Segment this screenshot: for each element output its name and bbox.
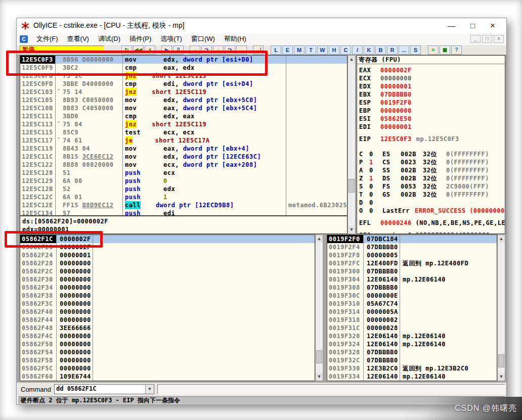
flag-row[interactable]: D0	[357, 199, 505, 207]
step-into-button[interactable]: ↓	[190, 45, 200, 55]
disasm-row[interactable]: 12E5C103ˇ75 14jnzshort 12E5C119	[20, 88, 347, 96]
mdi-close-button[interactable]: ×	[494, 35, 504, 43]
step-over-button[interactable]: ↷	[201, 45, 212, 55]
memory-window-button[interactable]: M	[294, 45, 304, 55]
disasm-row[interactable]: 12E5C13457pushedi	[20, 209, 347, 216]
scroll-down-icon[interactable]: ▼	[348, 226, 355, 234]
disasm-row[interactable]: 12E5C12B52pushedx	[20, 185, 347, 193]
stack-row[interactable]: 0019F2F800000005	[327, 251, 497, 259]
handles-window-button[interactable]: H	[329, 45, 339, 55]
register-row[interactable]: EBP00000000	[357, 107, 505, 115]
stack-row[interactable]: 0019F33012E3B2C0返回到 mp.12E3B2C0	[327, 364, 497, 372]
stack-row[interactable]: 0019F33412E06140mp.12E06140	[327, 372, 497, 381]
dump-row[interactable]: 05862F2800000000	[20, 259, 315, 267]
restart-button[interactable]: ◀◀	[133, 45, 144, 55]
stack-row[interactable]: 0019F32807DBBBB0	[327, 348, 497, 356]
open-button[interactable]: ↻	[121, 45, 132, 55]
runtrace-window-button[interactable]: ...	[399, 45, 409, 55]
dump-row[interactable]: 05862F4000000000	[20, 308, 315, 316]
disasm-row[interactable]: 12E5C0F38B96 D0000000movedx, dword ptr […	[20, 56, 347, 64]
log-window-button[interactable]: L	[271, 45, 281, 55]
disasm-row[interactable]: 12E5C11C8B15 3CE6EC12movedx, dword ptr […	[20, 153, 347, 161]
appearance-button[interactable]: ▦	[440, 45, 450, 55]
stack-row[interactable]: 0019F2FC12E400FD返回到 mp.12E400FD	[327, 259, 497, 267]
flag-row[interactable]: Z1DS002B32位0(FFFFFFFF)	[357, 174, 505, 182]
register-row[interactable]: ESI05862E50	[357, 115, 505, 123]
animate-over-button[interactable]: ↷	[225, 45, 235, 55]
stack-row[interactable]: 0019F30412E06140mp.12E06140	[327, 275, 497, 284]
chevron-down-icon[interactable]: ▼	[145, 385, 154, 394]
eflags-row[interactable]: EFL00000246 (NO,NB,E,BE,NS,PE,GE,LE	[357, 219, 505, 227]
disasm-row[interactable]: 12E5C113ˇ75 04jnzshort 12E5C119	[20, 120, 347, 128]
close-program-button[interactable]: ×	[145, 45, 155, 55]
register-row[interactable]: EAX0000002F	[357, 66, 505, 74]
disasm-row[interactable]: 12E5C12EFF15 B8D9EC12calldword ptr [12EC…	[20, 201, 347, 209]
register-row[interactable]: EBX07DBBBB0	[357, 90, 505, 99]
dump-row[interactable]: 05862F4C00000000	[20, 332, 315, 340]
dump-row[interactable]: 05862F2C00000000	[20, 267, 315, 275]
flag-row[interactable]: A0SS002B32位0(FFFFFFFF)	[357, 166, 505, 174]
disasm-row[interactable]: 12E5C11585C9testecx, ecx	[20, 128, 347, 136]
cpu-window-button[interactable]: C	[340, 45, 351, 55]
disasm-row[interactable]: 12E5C12851pushecx	[20, 169, 347, 177]
dump-row[interactable]: 05862F5000000000	[20, 340, 315, 348]
scroll-down-icon[interactable]: ▼	[498, 373, 505, 381]
disasm-row[interactable]: 12E5C12C6A 01push1	[20, 193, 347, 201]
flag-row[interactable]: C0ES002B32位0(FFFFFFFF)	[357, 150, 505, 158]
pause-button[interactable]: ||	[173, 45, 184, 55]
disasm-row[interactable]: 12E5C0FD3BBE D4000000cmpedi, dword ptr […	[20, 80, 347, 88]
register-row[interactable]: ESP0019F2F0	[357, 99, 505, 107]
stack-row[interactable]: 0019F30C0000000E	[327, 292, 497, 300]
help-button[interactable]: ?	[451, 45, 462, 55]
menu-window[interactable]: 窗口(W)	[187, 33, 220, 44]
references-window-button[interactable]: R	[387, 45, 398, 55]
stack-row[interactable]: 0019F31C00000028	[327, 324, 497, 332]
stack-row[interactable]: 0019F2F407DBBBB0	[327, 243, 497, 251]
stack-row[interactable]: 0019F32412E06140mp.12E06140	[327, 340, 497, 348]
menu-file[interactable]: 文件(F)	[32, 33, 63, 44]
dump-row[interactable]: 05862F5800000000	[20, 356, 315, 364]
patches-window-button[interactable]: /	[352, 45, 363, 55]
dump-row[interactable]: 05862F483EE66666	[20, 324, 315, 332]
maximize-button[interactable]: □	[470, 18, 475, 33]
disassembly-pane[interactable]: 12E5C0F38B96 D0000000movedx, dword ptr […	[20, 55, 347, 216]
flag-row[interactable]: S0FS005332位2C9000(FFF)	[357, 182, 505, 191]
stack-pane[interactable]: 0019F2F007DBC1840019F2F407DBBBB00019F2F8…	[327, 235, 497, 381]
mdi-minimize-button[interactable]: _	[470, 35, 481, 43]
command-input[interactable]: dd 05862F1C	[55, 385, 145, 394]
dump-row[interactable]: 05862F3400000000	[20, 284, 315, 292]
dump-row[interactable]: 05862F3800000000	[20, 292, 315, 300]
flag-row[interactable]: T0GS002B32位0(FFFFFFFF)	[357, 191, 505, 199]
stack-row[interactable]: 0019F30007DBBBB0	[327, 267, 497, 275]
disassembly-scrollbar[interactable]: ▲ ▼	[347, 55, 356, 234]
register-row[interactable]: EDI00000001	[357, 123, 505, 131]
dump-row[interactable]: 05862F200000002F	[20, 243, 315, 251]
disasm-row[interactable]: 12E5C1113BD0cmpedx, eax	[20, 112, 347, 120]
command-combobox[interactable]: dd 05862F1C ▼	[54, 384, 154, 394]
until-return-button[interactable]: →	[236, 45, 247, 55]
register-row-eip[interactable]: EIP12E5C0F3mp.12E5C0F3	[357, 135, 505, 143]
dump-row[interactable]: 05862F5C00000000	[20, 364, 315, 372]
breakpoints-window-button[interactable]: B	[375, 45, 386, 55]
threads-window-button[interactable]: T	[306, 45, 316, 55]
disasm-row[interactable]: 12E5C1198B43 04moveax, dword ptr [ebx+4]	[20, 145, 347, 153]
flag-row[interactable]: O0LastErrERROR_SUCCESS (00000000	[357, 207, 505, 215]
disasm-row[interactable]: 12E5C1058B93 C0050000movedx, dword ptr […	[20, 96, 347, 104]
minimize-button[interactable]: —	[448, 18, 455, 33]
callstack-window-button[interactable]: K	[364, 45, 374, 55]
registers-pane[interactable]: 寄存器 (FPU)EAX0000002FECX00000000EDX000000…	[357, 55, 505, 234]
flag-row[interactable]: P1CS002332位0(FFFFFFFF)	[357, 158, 505, 166]
dump-row[interactable]: 05862F60109E6744	[20, 372, 315, 381]
stack-row[interactable]: 0019F32C07DBBBB0	[327, 356, 497, 364]
options-button[interactable]: ≡	[428, 45, 439, 55]
menu-view[interactable]: 查看(V)	[63, 33, 94, 44]
scroll-down-icon[interactable]: ▼	[316, 373, 323, 381]
menu-options[interactable]: 选项(T)	[156, 33, 187, 44]
dump-row[interactable]: 05862F3C00000000	[20, 300, 315, 308]
disasm-row[interactable]: 12E5C0FBˇ75 1Cjnzshort 12E5C119	[20, 72, 347, 80]
dump-row[interactable]: 05862F5400000000	[20, 348, 315, 356]
stack-scrollbar[interactable]: ▲ ▼	[497, 235, 505, 381]
stack-row[interactable]: 0019F32012E06140mp.12E06140	[327, 332, 497, 340]
scroll-up-icon[interactable]: ▲	[316, 235, 323, 243]
dump-row[interactable]: 05862F3000000000	[20, 275, 315, 284]
